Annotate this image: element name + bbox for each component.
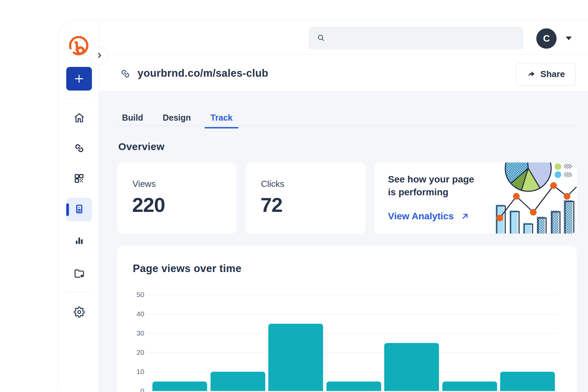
- gridline-0: [147, 391, 558, 391]
- bitly-logo[interactable]: [69, 36, 89, 55]
- gridline-50: [147, 295, 558, 295]
- sidebar-item-pages[interactable]: [66, 198, 92, 221]
- page-icon: [74, 203, 85, 216]
- sidebar-item-settings[interactable]: [66, 301, 92, 324]
- view-analytics-label: View Analytics: [388, 211, 454, 222]
- sidebar-item-links[interactable]: [66, 137, 92, 161]
- bar-chart-icon: [74, 236, 84, 247]
- sidebar-item-campaigns[interactable]: [66, 262, 92, 286]
- clicks-card: Clicks 72: [246, 163, 365, 234]
- promo-title-line2: is performing: [388, 187, 448, 197]
- qr-code-icon: [74, 173, 84, 185]
- create-new-button[interactable]: [66, 67, 92, 91]
- promo-title: See how your page is performing: [388, 173, 474, 199]
- clicks-label: Clicks: [261, 179, 284, 189]
- y-tick-label-20: 20: [117, 349, 144, 356]
- view-analytics-link[interactable]: View Analytics: [388, 211, 469, 222]
- views-value: 220: [132, 195, 165, 216]
- page-views-chart-card: Page views over time 50403020100: [117, 246, 577, 392]
- active-indicator: [66, 203, 69, 216]
- sidebar: [59, 22, 99, 392]
- search-input[interactable]: [309, 27, 523, 50]
- app-window: C yourbrnd.co/m/sales-club Share BuildDe…: [59, 22, 588, 392]
- analytics-promo-card: See how your page is performing View Ana…: [374, 163, 577, 234]
- gear-icon: [74, 307, 85, 319]
- gridline-10: [147, 372, 558, 372]
- bar-4: [326, 382, 381, 391]
- sidebar-item-qr-codes[interactable]: [66, 167, 92, 191]
- tab-bar-rule: [118, 126, 574, 126]
- section-title: Overview: [118, 141, 165, 152]
- sidebar-divider-bottom: [66, 292, 92, 292]
- analytics-illustration: [488, 163, 577, 234]
- folder-star-icon: [74, 268, 85, 280]
- bar-1: [152, 382, 207, 391]
- y-tick-label-30: 30: [117, 329, 144, 337]
- promo-title-line1: See how your page: [388, 174, 474, 185]
- arrow-up-right-icon: [461, 212, 469, 221]
- avatar-dropdown-caret[interactable]: [566, 36, 572, 40]
- gridline-40: [147, 314, 558, 314]
- home-icon: [74, 112, 85, 125]
- bar-3: [268, 324, 323, 391]
- share-icon: [527, 70, 536, 78]
- avatar-initial: C: [543, 33, 550, 44]
- bar-7: [500, 372, 555, 391]
- top-bar: C: [99, 22, 588, 55]
- gridline-30: [147, 333, 558, 334]
- page-title: yourbrnd.co/m/sales-club: [138, 55, 268, 92]
- clicks-value: 72: [261, 195, 283, 216]
- share-button-label: Share: [540, 69, 565, 79]
- y-tick-label-50: 50: [117, 291, 144, 298]
- bar-6: [442, 382, 497, 391]
- avatar[interactable]: C: [536, 28, 557, 49]
- sidebar-divider-top: [66, 98, 92, 99]
- sidebar-item-home[interactable]: [66, 106, 92, 130]
- sidebar-item-analytics[interactable]: [66, 229, 92, 253]
- views-card: Views 220: [117, 163, 237, 234]
- share-button[interactable]: Share: [516, 63, 576, 85]
- search-icon: [317, 34, 326, 43]
- bar-5: [384, 343, 439, 391]
- chart-title: Page views over time: [133, 263, 242, 275]
- sidebar-collapse-button[interactable]: [90, 46, 108, 65]
- overview-cards: Views 220 Clicks 72 See how your page is…: [117, 163, 577, 234]
- bar-2: [211, 372, 265, 391]
- main-content: BuildDesignTrack Overview Views 220 Clic…: [99, 92, 588, 392]
- bar-chart: [147, 295, 558, 391]
- y-tick-label-0: 0: [117, 387, 144, 392]
- page-header: yourbrnd.co/m/sales-club Share: [99, 55, 588, 92]
- gridline-20: [147, 352, 558, 353]
- chevron-right-icon: [96, 52, 103, 59]
- link-icon: [74, 143, 85, 155]
- y-tick-label-10: 10: [117, 368, 144, 375]
- y-tick-label-40: 40: [117, 310, 144, 318]
- link-icon: [120, 68, 131, 79]
- views-label: Views: [132, 179, 156, 189]
